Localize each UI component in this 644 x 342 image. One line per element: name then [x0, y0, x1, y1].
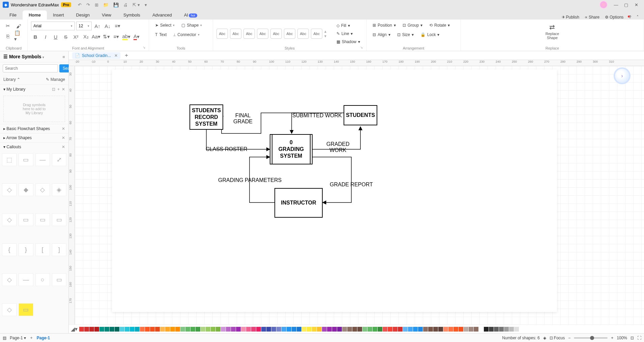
style-preset[interactable]: Abc	[216, 29, 228, 39]
publish-button[interactable]: ✈ Publish	[562, 15, 579, 20]
pages-icon[interactable]: ▤	[3, 336, 6, 340]
color-swatch[interactable]	[408, 327, 413, 332]
shape-thumb[interactable]: ]	[52, 243, 66, 256]
color-swatch[interactable]	[130, 327, 135, 332]
color-swatch[interactable]	[292, 327, 296, 332]
color-swatch[interactable]	[347, 327, 352, 332]
color-swatch[interactable]	[135, 327, 140, 332]
close-icon[interactable]: ✕	[631, 2, 641, 7]
color-swatch[interactable]	[393, 327, 398, 332]
color-swatch[interactable]	[115, 327, 119, 332]
color-swatch[interactable]	[211, 327, 215, 332]
document-tab[interactable]: 📄 School Gradin... ✕	[72, 52, 120, 59]
fullscreen-icon[interactable]: ⛶	[637, 336, 641, 340]
color-swatch[interactable]	[79, 327, 84, 332]
color-swatch[interactable]	[180, 327, 185, 332]
shape-thumb[interactable]: ▭	[35, 213, 50, 226]
tab-advanced[interactable]: Advanced	[146, 10, 178, 20]
color-swatch[interactable]	[251, 327, 256, 332]
format-painter-icon[interactable]: 🖌	[14, 22, 23, 30]
style-preset[interactable]: Abc	[257, 29, 268, 39]
color-swatch[interactable]	[469, 327, 473, 332]
shape-thumb[interactable]: ▭	[19, 213, 33, 226]
color-swatch[interactable]	[479, 327, 484, 332]
section-mylibrary[interactable]: ▾ My Library ⊡+✕	[0, 85, 68, 94]
color-swatch[interactable]	[352, 327, 357, 332]
color-swatch[interactable]	[327, 327, 332, 332]
style-preset[interactable]: Abc	[297, 29, 309, 39]
color-swatch[interactable]	[99, 327, 104, 332]
color-swatch[interactable]	[453, 327, 458, 332]
shape-thumb[interactable]: ◈	[52, 183, 66, 196]
shape-thumb[interactable]: ◇	[2, 213, 17, 226]
decrease-font-icon[interactable]: A↓	[103, 22, 112, 30]
color-swatch[interactable]	[216, 327, 221, 332]
style-preset[interactable]: Abc	[230, 29, 241, 39]
font-family-select[interactable]: Arial▾	[31, 22, 75, 30]
list-icon[interactable]: ≡▾	[112, 32, 121, 41]
mylib-close-icon[interactable]: ✕	[62, 87, 65, 92]
label-grading-params[interactable]: GRADING PARAMETERS	[218, 177, 282, 183]
color-swatch[interactable]	[297, 327, 301, 332]
shadow-button[interactable]: ▦ Shadow ▾	[334, 38, 363, 45]
color-swatch[interactable]	[312, 327, 317, 332]
zoom-slider[interactable]	[574, 337, 608, 339]
shape-thumb[interactable]: ○	[35, 273, 50, 286]
paste-icon[interactable]: 📋▾	[14, 32, 23, 40]
page[interactable]: STUDENTS RECORD SYSTEM 0GRADING SYSTEM S…	[112, 69, 557, 312]
group-button[interactable]: ⊡ Group ▾	[400, 22, 425, 29]
shape-thumb[interactable]: ◇	[35, 183, 50, 196]
section-close-icon[interactable]: ✕	[62, 126, 65, 131]
label-submitted[interactable]: SUBMITTED WORK	[292, 113, 342, 119]
color-swatch[interactable]	[246, 327, 251, 332]
color-swatch[interactable]	[342, 327, 347, 332]
tab-view[interactable]: View	[96, 10, 117, 20]
position-button[interactable]: ⊞ Position ▾	[370, 22, 399, 29]
copy-icon[interactable]: ⎘	[3, 32, 12, 40]
font-size-select[interactable]: 12▾	[76, 22, 92, 30]
lock-button[interactable]: 🔒 Lock ▾	[418, 31, 442, 38]
underline-icon[interactable]: U	[51, 32, 60, 41]
color-swatch[interactable]	[201, 327, 205, 332]
color-swatch[interactable]	[383, 327, 387, 332]
font-color-icon[interactable]: A▾	[132, 32, 141, 41]
color-swatch[interactable]	[357, 327, 362, 332]
color-swatch[interactable]	[160, 327, 165, 332]
rotate-button[interactable]: ⟲ Rotate ▾	[427, 22, 452, 29]
color-swatch[interactable]	[322, 327, 327, 332]
color-swatch[interactable]	[175, 327, 180, 332]
new-icon[interactable]: ⊞	[95, 2, 98, 7]
shape-tool[interactable]: ▢ Shape ▾	[179, 22, 205, 29]
color-swatch[interactable]	[378, 327, 382, 332]
styles-dialog-icon[interactable]: ↘	[360, 45, 363, 49]
color-swatch[interactable]	[438, 327, 443, 332]
shape-thumb[interactable]: ▭	[19, 153, 33, 166]
shape-thumb[interactable]: ◆	[19, 183, 33, 196]
line-spacing-icon[interactable]: ⇅▾	[102, 32, 111, 41]
page-select[interactable]: Page-1 ▾	[10, 336, 26, 340]
color-swatch[interactable]	[474, 327, 478, 332]
color-swatch[interactable]	[504, 327, 509, 332]
manage-link[interactable]: ✎ Manage	[46, 77, 65, 82]
tab-symbols[interactable]: Symbols	[117, 10, 146, 20]
color-swatch[interactable]	[509, 327, 514, 332]
color-swatch[interactable]	[241, 327, 246, 332]
color-swatch[interactable]	[89, 327, 94, 332]
open-icon[interactable]: 📁	[103, 2, 109, 7]
color-swatch[interactable]	[185, 327, 190, 332]
zoom-in-icon[interactable]: +	[611, 336, 613, 340]
color-swatch[interactable]	[271, 327, 276, 332]
redo-icon[interactable]: ↷	[86, 2, 90, 7]
styles-more-icon[interactable]: ▴▾	[324, 29, 326, 39]
shape-thumb[interactable]: }	[19, 243, 33, 256]
style-preset[interactable]: Abc	[270, 29, 282, 39]
color-swatch[interactable]	[256, 327, 261, 332]
line-button[interactable]: ✎ Line ▾	[334, 30, 363, 37]
subscript-icon[interactable]: X₂	[82, 32, 90, 41]
label-graded-work[interactable]: GRADED WORK	[326, 141, 349, 153]
color-swatch[interactable]	[489, 327, 494, 332]
shape-thumb[interactable]: ▭	[52, 273, 66, 286]
tab-insert[interactable]: Insert	[47, 10, 70, 20]
color-swatch[interactable]	[307, 327, 312, 332]
zoom-out-icon[interactable]: −	[568, 336, 570, 340]
